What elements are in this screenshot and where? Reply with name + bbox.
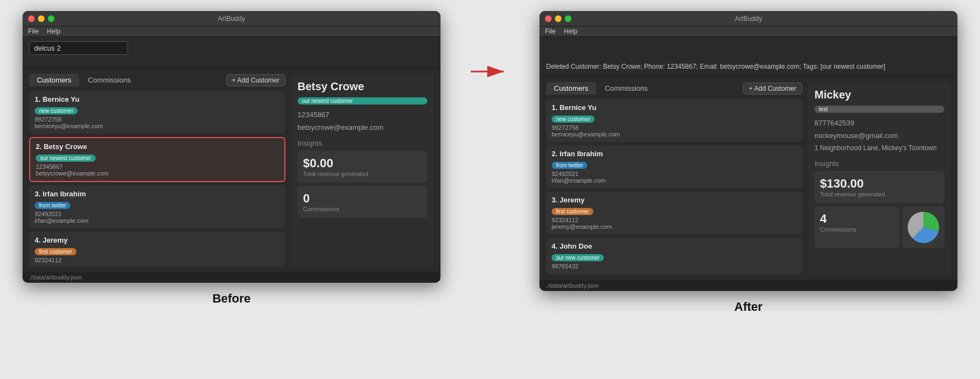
before-revenue-label: Total revenue generated [303, 171, 422, 177]
before-main-content: Customers Commissions + Add Customer 1. … [23, 68, 441, 272]
before-customer-name-2: 2. Betsy Crowe [36, 142, 279, 151]
before-customer-tag-2: our newest customer [36, 155, 96, 162]
before-notification [23, 59, 441, 68]
after-menu-help[interactable]: Help [564, 28, 577, 35]
after-tl-yellow[interactable] [555, 15, 561, 22]
before-traffic-lights [28, 15, 54, 22]
after-commissions-card: 4 Commissions [814, 206, 899, 248]
after-menu-bar: File Help [539, 26, 957, 37]
after-customer-tag-1: new customer [552, 116, 594, 123]
after-customer-card-2[interactable]: 2. Irfan Ibrahim from twitter 92492021 i… [546, 145, 802, 188]
before-customer-phone-4: 92324112 [35, 257, 280, 263]
after-tl-green[interactable] [565, 15, 571, 22]
after-detail-email: mickeymouse@gmail.com [814, 131, 944, 140]
before-commissions-label: Commissions [303, 206, 422, 212]
before-detail-name: Betsy Crowe [298, 80, 427, 93]
before-menu-bar: File Help [23, 26, 441, 37]
before-revenue-value: $0.00 [303, 156, 422, 171]
after-customer-email-2: irfan@example.com [552, 177, 797, 184]
before-detail-email: betsycrowe@example.com [298, 123, 427, 131]
after-insights-title: Insights [814, 160, 944, 168]
after-customer-email-1: berniceyu@example.com [552, 131, 797, 138]
before-customer-tag-4: first customer [35, 248, 76, 255]
before-customer-phone-1: 99272758 [35, 116, 280, 123]
after-title-bar: ArtBuddy [539, 11, 957, 26]
before-tab-commissions[interactable]: Commissions [80, 74, 139, 86]
before-customer-name-3: 3. Irfan Ibrahim [35, 190, 280, 198]
before-title-bar: ArtBuddy [23, 11, 441, 26]
after-tl-red[interactable] [545, 15, 552, 22]
after-customer-phone-1: 99272758 [552, 124, 797, 131]
before-insights-section: Insights $0.00 Total revenue generated 0… [298, 139, 427, 221]
before-menu-help[interactable]: Help [47, 28, 60, 35]
transition-arrow [468, 55, 512, 88]
after-commissions-row: 4 Commissions [814, 206, 944, 248]
after-customer-name-1: 1. Bernice Yu [552, 103, 797, 112]
after-customer-name-4: 4. John Doe [552, 242, 797, 250]
before-detail-panel: Betsy Crowe our newest customer 12345867… [291, 74, 434, 266]
after-customer-tag-3: first customer [552, 208, 593, 215]
before-tl-red[interactable] [28, 15, 35, 22]
before-customer-phone-2: 12345867 [36, 163, 279, 170]
before-tl-yellow[interactable] [38, 15, 45, 22]
before-add-customer-btn[interactable]: + Add Customer [226, 74, 285, 86]
after-detail-name: Mickey [814, 89, 944, 101]
after-main-content: Customers Commissions + Add Customer 1. … [539, 76, 957, 280]
after-notification: Deleted Customer: Betsy Crowe; Phone: 12… [539, 57, 957, 76]
before-customer-email-1: berniceyu@example.com [35, 123, 280, 129]
after-customer-list: 1. Bernice Yu new customer 99272758 bern… [546, 99, 802, 274]
after-app-title: ArtBuddy [735, 15, 762, 23]
before-tabs-area: Customers Commissions + Add Customer 1. … [29, 74, 285, 266]
after-add-customer-btn[interactable]: + Add Customer [743, 83, 802, 95]
after-label: After [734, 300, 762, 314]
after-side: ArtBuddy File Help Deleted Customer: Bet… [539, 11, 957, 314]
before-customer-card-4[interactable]: 4. Jeremy first customer 92324112 [29, 232, 285, 266]
before-customer-tag-3: from twitter [35, 202, 70, 209]
after-menu-file[interactable]: File [545, 28, 555, 35]
after-commissions-label: Commissions [820, 226, 894, 233]
after-detail-tag: test [814, 106, 944, 113]
after-customer-tag-4: our new customer [552, 254, 604, 261]
before-detail-phone: 12345867 [298, 111, 427, 119]
before-customer-tag-1: new customer [35, 107, 78, 114]
before-customer-phone-3: 92492021 [35, 211, 280, 217]
after-detail-panel: Mickey test 8777642539 mickeymouse@gmail… [808, 82, 951, 274]
after-detail-address: 1 Neighborhood Lane, Mickey's Toontown [814, 144, 944, 152]
before-commissions-value: 0 [303, 191, 422, 206]
arrow-area [463, 55, 517, 88]
after-tabs-header: Customers Commissions + Add Customer [546, 82, 802, 95]
before-customer-email-2: betsycrowe@example.com [36, 170, 279, 177]
before-label: Before [212, 292, 251, 306]
after-insights-section: Insights $130.00 Total revenue generated… [814, 160, 944, 248]
after-pie-chart-container [902, 206, 944, 248]
after-window: ArtBuddy File Help Deleted Customer: Bet… [539, 11, 957, 291]
after-detail-phone: 8777642539 [814, 119, 944, 127]
after-customer-card-4[interactable]: 4. John Doe our new customer 98765432 [546, 238, 802, 274]
before-side: ArtBuddy File Help Customers Commissions… [23, 11, 441, 306]
after-customer-name-3: 3. Jeremy [552, 196, 797, 204]
after-search-area [539, 37, 957, 57]
after-customer-card-1[interactable]: 1. Bernice Yu new customer 99272758 bern… [546, 99, 802, 142]
before-tabs-header: Customers Commissions + Add Customer [29, 74, 285, 86]
before-detail-tag: our newest customer [298, 97, 427, 105]
before-tab-customers[interactable]: Customers [29, 74, 79, 86]
after-customer-phone-4: 98765432 [552, 263, 797, 270]
before-customer-name-4: 4. Jeremy [35, 236, 280, 244]
before-tl-green[interactable] [48, 15, 54, 22]
after-customer-card-3[interactable]: 3. Jeremy first customer 92324112 jeremy… [546, 191, 802, 234]
before-customer-list: 1. Bernice Yu new customer 99272758 bern… [29, 91, 285, 266]
before-insights-title: Insights [298, 139, 427, 147]
after-revenue-card: $130.00 Total revenue generated [814, 171, 944, 203]
before-customer-name-1: 1. Bernice Yu [35, 95, 280, 103]
before-search-area [23, 37, 441, 59]
after-revenue-label: Total revenue generated [820, 191, 939, 197]
before-search-input[interactable] [29, 41, 128, 55]
comparison-wrapper: ArtBuddy File Help Customers Commissions… [23, 11, 957, 314]
after-customer-tag-2: from twitter [552, 162, 587, 169]
after-tab-customers[interactable]: Customers [546, 82, 596, 95]
before-customer-card-2[interactable]: 2. Betsy Crowe our newest customer 12345… [29, 137, 285, 182]
before-customer-card-1[interactable]: 1. Bernice Yu new customer 99272758 bern… [29, 91, 285, 134]
before-customer-card-3[interactable]: 3. Irfan Ibrahim from twitter 92492021 i… [29, 185, 285, 228]
before-menu-file[interactable]: File [28, 28, 38, 35]
after-tab-commissions[interactable]: Commissions [597, 82, 656, 95]
